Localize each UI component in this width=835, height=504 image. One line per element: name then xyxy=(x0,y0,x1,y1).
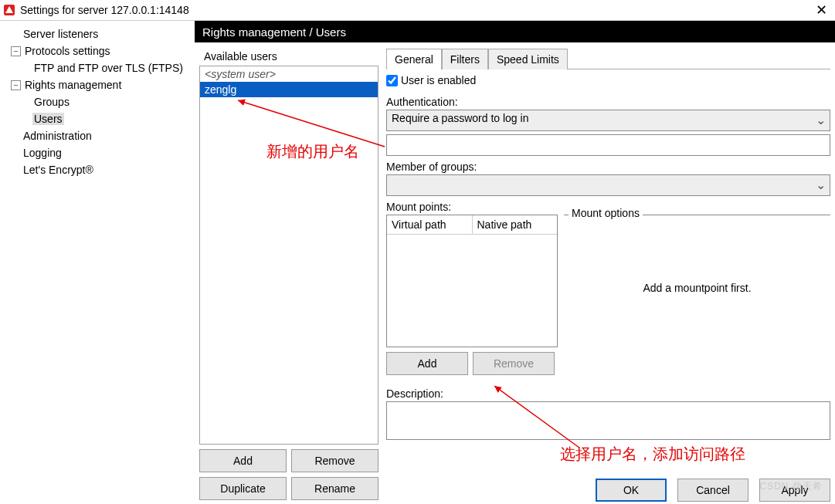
nav-server-listeners[interactable]: Server listeners xyxy=(3,25,195,42)
mount-options-panel: Mount options Add a mountpoint first. xyxy=(564,215,830,347)
remove-mount-button[interactable]: Remove xyxy=(473,352,555,375)
collapse-icon[interactable]: − xyxy=(11,80,21,90)
user-item-selected[interactable]: zenglg xyxy=(200,82,378,97)
nav-lets-encrypt[interactable]: Let's Encrypt® xyxy=(3,161,195,178)
breadcrumb: Rights management / Users xyxy=(195,21,835,42)
add-mount-button[interactable]: Add xyxy=(386,352,468,375)
nav-users[interactable]: Users xyxy=(3,110,195,127)
remove-user-button[interactable]: Remove xyxy=(291,449,378,472)
user-enabled-label: User is enabled xyxy=(401,74,476,86)
ok-button[interactable]: OK xyxy=(596,479,667,502)
cancel-button[interactable]: Cancel xyxy=(677,479,748,502)
nav-tree: Server listeners −Protocols settings FTP… xyxy=(0,21,195,504)
nav-ftp-tls[interactable]: FTP and FTP over TLS (FTPS) xyxy=(3,59,195,76)
rename-user-button[interactable]: Rename xyxy=(291,477,378,500)
titlebar: Settings for server 127.0.0.1:14148 ✕ xyxy=(0,0,835,21)
authentication-select[interactable]: Require a password to log in xyxy=(386,110,830,131)
window-title: Settings for server 127.0.0.1:14148 xyxy=(20,3,811,17)
close-icon[interactable]: ✕ xyxy=(811,2,832,19)
description-textarea[interactable] xyxy=(386,401,830,440)
nav-protocols-settings[interactable]: −Protocols settings xyxy=(3,42,195,59)
nav-administration[interactable]: Administration xyxy=(3,127,195,144)
tab-filters[interactable]: Filters xyxy=(442,49,488,69)
available-users-heading: Available users xyxy=(199,47,378,66)
tab-speed-limits[interactable]: Speed Limits xyxy=(488,49,568,69)
user-enabled-checkbox[interactable] xyxy=(386,75,398,86)
add-user-button[interactable]: Add xyxy=(199,449,287,472)
tab-general[interactable]: General xyxy=(386,49,442,69)
duplicate-user-button[interactable]: Duplicate xyxy=(199,477,287,500)
collapse-icon[interactable]: − xyxy=(11,46,21,56)
mount-points-list[interactable]: Virtual path Native path xyxy=(386,215,558,347)
mount-col-virtual: Virtual path xyxy=(387,215,473,234)
mount-options-message: Add a mountpoint first. xyxy=(564,282,830,294)
tabs: General Filters Speed Limits xyxy=(386,47,830,69)
mount-options-heading: Mount options xyxy=(569,207,643,219)
groups-select[interactable] xyxy=(386,174,830,196)
nav-groups[interactable]: Groups xyxy=(3,93,195,110)
app-icon xyxy=(3,4,15,16)
watermark: CSDN @天希 xyxy=(759,480,823,493)
mount-col-native: Native path xyxy=(473,215,558,234)
description-label: Description: xyxy=(386,387,830,400)
nav-rights-management[interactable]: −Rights management xyxy=(3,76,195,93)
member-of-groups-label: Member of groups: xyxy=(386,161,830,173)
nav-logging[interactable]: Logging xyxy=(3,144,195,161)
user-list[interactable]: <system user> zenglg xyxy=(199,66,378,445)
password-input[interactable] xyxy=(386,134,830,156)
authentication-label: Authentication: xyxy=(386,96,830,108)
system-user-item[interactable]: <system user> xyxy=(200,66,378,82)
